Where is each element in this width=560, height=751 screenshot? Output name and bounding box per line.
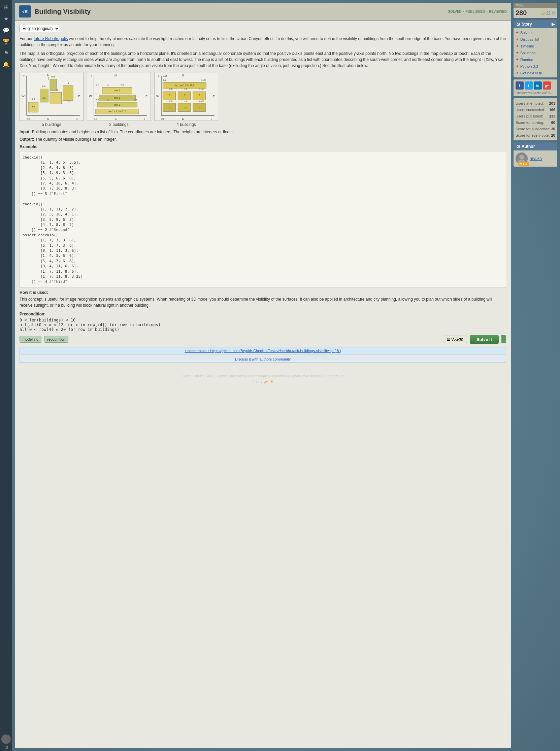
svg-text:row 3: row 3 xyxy=(115,97,120,99)
story-nexttask-link[interactable]: ✦ Get next task xyxy=(516,70,555,76)
python-icon: ✦ xyxy=(516,64,519,69)
language-dropdown[interactable]: English (original) Russian Chinese xyxy=(20,25,60,32)
sidebar-icon-bell[interactable]: 🔔 xyxy=(1,59,12,70)
svg-text:3,6: 3,6 xyxy=(169,88,173,90)
footer-rss-icon[interactable]: ⊕ xyxy=(270,379,273,383)
googleplus-button[interactable]: g+ xyxy=(543,81,551,89)
story-discuss-link[interactable]: ✦ Discuss 3 xyxy=(516,36,555,42)
language-selector[interactable]: English (original) Russian Chinese xyxy=(20,25,506,32)
author-panel: ⊙ Author 20 LVL hrvukh xyxy=(514,142,557,167)
input-label: Input: xyxy=(20,129,31,134)
footer-blog[interactable]: Blog xyxy=(182,374,189,378)
stat-score-solving-val: 60 xyxy=(551,121,555,125)
svg-text:W: W xyxy=(22,95,25,98)
stat-published-label: Users published: xyxy=(516,114,543,118)
story-timeline-link[interactable]: ✦ Timeline xyxy=(516,43,555,49)
svg-text:6.6: 6.6 xyxy=(42,85,46,87)
precondition-text: 0 < len(buildings) < 10 all(all(0 ≤ x < … xyxy=(20,318,506,332)
svg-text:7.4: 7.4 xyxy=(67,100,70,103)
footer-tw-icon[interactable]: t xyxy=(261,379,262,383)
story-random-link[interactable]: ✦ Random xyxy=(516,57,555,63)
footer-gp-icon[interactable]: g+ xyxy=(264,379,268,383)
author-name-link[interactable]: hrvukh xyxy=(530,156,542,161)
github-link[interactable]: ↑ centertasks ↑ https://github.com/Bryuk… xyxy=(184,349,341,353)
svg-text:W: W xyxy=(156,95,159,98)
svg-text:x: x xyxy=(76,118,78,120)
sidebar-icon-flag[interactable]: ⚑ xyxy=(1,47,12,58)
svg-text:row 2: row 2 xyxy=(115,104,120,106)
social-url: http://www.checkio.org/mi... xyxy=(516,91,555,94)
svg-text:11,8: 11,8 xyxy=(201,79,206,81)
tag-recognition[interactable]: recognition xyxy=(44,336,68,343)
svg-text:S: S xyxy=(182,117,184,121)
page-footer: Blog | Forum | Wiki | Global TimeLine | … xyxy=(15,370,511,388)
social-panel: f t in g+ http://www.checkio.org/mi... xyxy=(514,79,557,96)
stat-attempted-label: Users attempted: xyxy=(516,101,544,105)
footer-fb-icon[interactable]: f xyxy=(253,379,254,383)
stat-published-val: 133 xyxy=(549,114,555,118)
footer-timeline[interactable]: Global TimeLine xyxy=(217,374,243,378)
author-title: Author xyxy=(522,144,535,149)
content-body: English (original) Russian Chinese For o… xyxy=(15,21,511,367)
svg-text:N: N xyxy=(182,74,184,77)
story-icon: ⊙ xyxy=(516,22,520,27)
svg-text:x: x xyxy=(211,118,213,120)
footer-handbook[interactable]: Handbook xyxy=(271,374,287,378)
svg-text:S: S xyxy=(115,117,117,121)
solve-button[interactable]: Solve It xyxy=(470,335,499,344)
discuss-link[interactable]: Discuss it with authors community xyxy=(235,357,291,361)
site-logo: √π xyxy=(19,5,31,18)
story-links: ✦ Solve it ✦ Discuss 3 ✦ Timeline ✦ Solu… xyxy=(514,28,557,77)
linkedin-button[interactable]: in xyxy=(534,81,542,89)
example-heading: Example: xyxy=(20,144,506,149)
footer-forum[interactable]: Forum xyxy=(193,374,203,378)
svg-text:N: N xyxy=(47,74,49,77)
mine-score: 280 xyxy=(516,9,527,17)
stat-score-vote: Score for every vote: 20 xyxy=(516,132,555,138)
sidebar-icon-star[interactable]: ★ xyxy=(1,13,12,24)
stat-succeeded: Users succeeded: 166 xyxy=(516,107,555,113)
illustration-3: N W E S top row 1,7 to 11,8 3,6 6 7,6 6 xyxy=(154,72,218,127)
footer-contact[interactable]: Contact us xyxy=(326,374,343,378)
status-badges: SOLVED • PUBLISHED • REVIEWED xyxy=(448,10,507,14)
precondition-heading: Precondition: xyxy=(20,312,506,317)
svg-text:5,1: 5,1 xyxy=(169,106,173,109)
vote-button[interactable]: 🗳 Vote(6) xyxy=(443,336,467,343)
sidebar-icon-chat[interactable]: 💬 xyxy=(1,25,12,35)
status-reviewed: REVIEWED xyxy=(489,10,507,14)
footer-li-icon[interactable]: in xyxy=(256,379,259,383)
svg-rect-10 xyxy=(40,89,48,102)
footer-leaderboard[interactable]: Leaderboard xyxy=(246,374,267,378)
svg-text:7,6: 7,6 xyxy=(184,88,187,90)
output-label: Output: xyxy=(20,137,34,142)
story-panel-header: ⊙ Story ▶ xyxy=(514,20,557,28)
story-solutions-link[interactable]: ✦ Solutions xyxy=(516,50,555,56)
input-text: Building coordinates and heights as a li… xyxy=(32,129,234,134)
stats-panel: Users attempted: 203 Users succeeded: 16… xyxy=(514,98,557,140)
stat-score-vote-label: Score for every vote: xyxy=(516,133,550,137)
svg-text:6: 6 xyxy=(169,94,171,96)
robotropolis-link[interactable]: future Robotropolis xyxy=(34,36,68,41)
author-level: 20 LVL xyxy=(518,162,529,166)
stat-published: Users published: 133 xyxy=(516,113,555,120)
svg-text:0,0: 0,0 xyxy=(94,118,97,120)
twitter-button[interactable]: t xyxy=(525,81,533,89)
story-solve-link[interactable]: ✦ Solve it xyxy=(516,29,555,36)
story-collapse[interactable]: ▶ xyxy=(552,22,555,26)
sidebar-icon-home[interactable]: ⊞ xyxy=(1,2,12,13)
footer-create[interactable]: Create own mission xyxy=(290,374,323,378)
story-python-label: Python 3.3 xyxy=(520,64,538,68)
discuss-icon: ✦ xyxy=(516,37,519,42)
footer-wiki[interactable]: Wiki xyxy=(206,374,214,378)
svg-text:W: W xyxy=(89,95,92,98)
story-solve-label: Solve it xyxy=(520,31,533,35)
story-python-link[interactable]: ✦ Python 3.3 xyxy=(516,63,555,69)
tag-modelling[interactable]: modelling xyxy=(20,336,41,343)
sidebar-icon-trophy[interactable]: 🏆 xyxy=(1,36,12,47)
svg-text:8: 8 xyxy=(67,82,69,84)
sidebar-icon-user[interactable] xyxy=(1,734,12,745)
svg-text:10,8: 10,8 xyxy=(51,75,56,78)
illustration-2: N W E S row 1 - 1,1 to 11,2 row 2 row 3 … xyxy=(87,72,151,127)
input-section: Input: Building coordinates and heights … xyxy=(20,129,506,134)
facebook-button[interactable]: f xyxy=(516,81,524,89)
